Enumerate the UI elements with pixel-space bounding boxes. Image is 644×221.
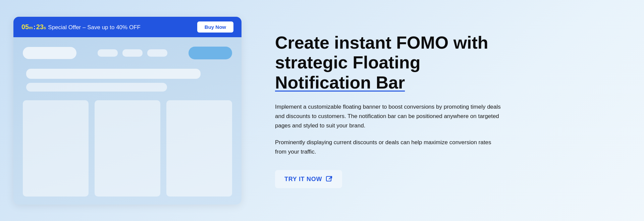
right-panel: Create instant FOMO with strategic Float… [255,0,644,221]
mockup-body [13,37,241,205]
hero-bar-2 [26,83,167,92]
timer-colon: : [34,24,36,31]
notification-bar-text: 05m:23sSpecial Offer – Save up to 40% OF… [21,23,141,31]
nav-link-3 [147,49,167,57]
timer-seconds: 23 [36,23,44,31]
nav-link-2 [122,49,143,57]
nav-links [98,49,167,57]
left-panel: 05m:23sSpecial Offer – Save up to 40% OF… [0,0,255,221]
external-link-icon [325,175,333,183]
nav-logo-placeholder [23,47,76,59]
svg-rect-0 [326,176,331,181]
try-it-now-button[interactable]: TRY IT NOW [275,170,342,188]
nav-link-1 [98,49,118,57]
nav-cta-placeholder [189,47,232,59]
description-2: Prominently displaying current discounts… [275,138,503,157]
timer-seconds-unit: s [44,25,46,30]
timer-minutes: 05 [21,23,29,31]
try-now-label: TRY IT NOW [284,176,322,183]
card-1 [23,100,89,197]
nav-row [23,47,232,59]
timer-minutes-unit: m [29,25,33,30]
description-1: Implement a customizable floating banner… [275,102,503,130]
hero-section [23,65,232,92]
card-2 [95,100,160,197]
card-3 [166,100,232,197]
main-heading: Create instant FOMO with strategic Float… [275,33,617,93]
heading-line2: strategic Floating [275,53,420,72]
heading-line3: Notification Bar [275,73,405,92]
hero-bar-1 [26,69,201,79]
cards-row [23,100,232,197]
offer-text: Special Offer – Save up to 40% OFF [48,24,141,31]
heading-line1: Create instant FOMO with [275,33,488,52]
notification-bar: 05m:23sSpecial Offer – Save up to 40% OF… [13,17,241,37]
buy-now-button[interactable]: Buy Now [197,21,233,33]
mockup-container: 05m:23sSpecial Offer – Save up to 40% OF… [13,17,241,205]
